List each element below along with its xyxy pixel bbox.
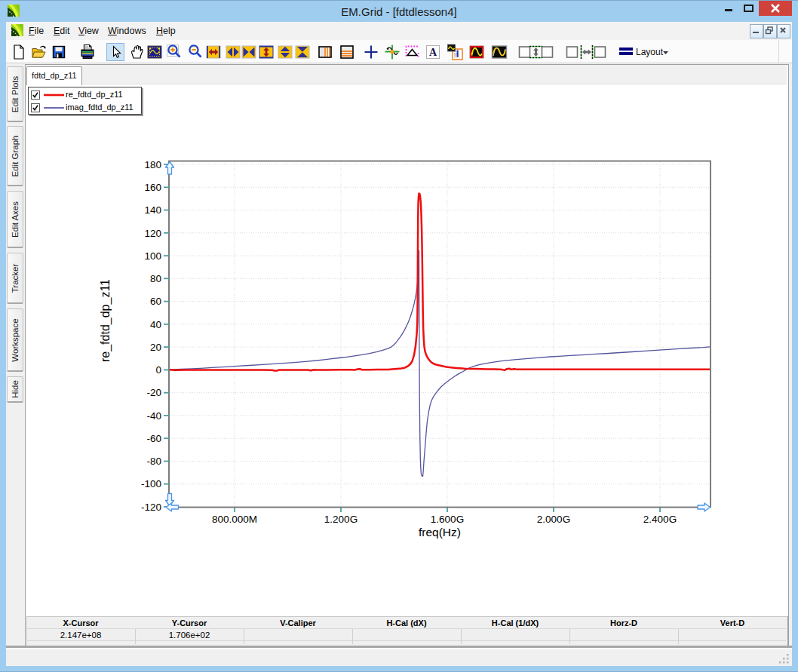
- svg-text:-120: -120: [141, 502, 161, 513]
- svg-text:140: 140: [144, 204, 161, 216]
- svg-text:0: 0: [155, 364, 161, 376]
- svg-text:1.600G: 1.600G: [431, 514, 464, 525]
- svg-text:80: 80: [150, 273, 161, 284]
- svg-text:1.200G: 1.200G: [324, 514, 358, 525]
- svg-text:-40: -40: [146, 410, 161, 422]
- svg-text:20: 20: [150, 342, 161, 353]
- svg-text:180: 180: [144, 159, 161, 170]
- svg-text:60: 60: [150, 296, 161, 307]
- svg-text:120: 120: [144, 228, 161, 239]
- svg-text:-60: -60: [146, 433, 161, 444]
- svg-text:freq(Hz): freq(Hz): [419, 526, 461, 539]
- svg-text:re_fdtd_dp_z11: re_fdtd_dp_z11: [99, 279, 112, 362]
- svg-text:-20: -20: [146, 387, 161, 398]
- svg-text:2.000G: 2.000G: [537, 514, 570, 525]
- svg-text:40: 40: [150, 319, 161, 330]
- svg-text:160: 160: [144, 182, 161, 193]
- svg-text:-100: -100: [141, 478, 161, 489]
- svg-text:800.000M: 800.000M: [212, 514, 257, 525]
- svg-text:100: 100: [144, 250, 161, 262]
- svg-text:-80: -80: [146, 456, 161, 467]
- svg-text:2.400G: 2.400G: [643, 514, 677, 525]
